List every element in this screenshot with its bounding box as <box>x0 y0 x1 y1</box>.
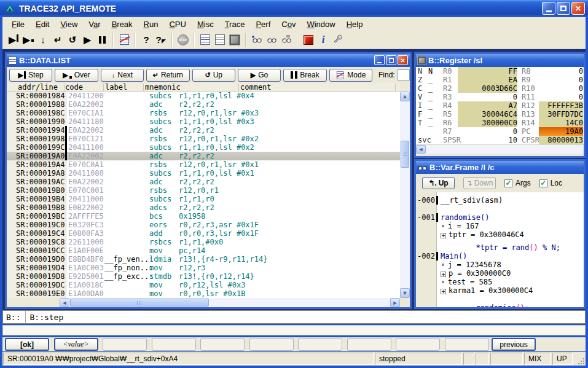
softkey-empty[interactable] <box>200 338 245 351</box>
var-line[interactable]: j = 12345678 <box>416 260 584 269</box>
asm-row-SR000019D4[interactable]: SR:000019D4E1A0C003__fp_non..:movr12,r3 <box>7 264 400 272</box>
asm-row-SR000019DC[interactable]: SR:000019DCE1A0018Cmovr0,r12,lsl #0x3 <box>7 281 400 289</box>
column-header-mnemonic[interactable]: mnemonic <box>145 83 181 92</box>
asm-row-SR000019D0[interactable]: SR:000019D0E8BD4BF0__fp_ven..:ldmiar13!,… <box>7 255 400 264</box>
register-row-R4[interactable]: I_R4A7R12FFFFFF3B <box>416 101 584 110</box>
datalist-maximize-button[interactable] <box>386 55 396 65</box>
asm-row-SR000019E0[interactable]: SR:000019E0E1A00DA0movr0,r0,lsr #0x1B <box>7 289 400 298</box>
var-line[interactable]: test = 585 <box>416 278 584 286</box>
command-input[interactable]: B::step <box>26 313 63 322</box>
hscroll-thumb[interactable] <box>70 299 209 307</box>
softkey-empty[interactable] <box>445 338 489 351</box>
asm-row-SR00001988[interactable]: SR:00001988E0A22002adcr2,r2,r2 <box>7 100 400 109</box>
asm-row-SR000019BC[interactable]: SR:000019BC2AFFFFE5bcs0x1958 <box>7 212 400 221</box>
command-line[interactable]: B:: B::step <box>2 310 586 324</box>
register-row-R1[interactable]: Z_R1EAR90 <box>416 76 584 84</box>
menu-cpu[interactable]: CPU <box>163 18 191 30</box>
menu-trace[interactable]: Trace <box>219 18 251 30</box>
softkey-empty[interactable] <box>152 338 196 351</box>
asm-row-SR000019D8[interactable]: SR:000019D8E92D5001__fp_exc..:stmdbr13!,… <box>7 272 400 281</box>
asm-row-SR00001990[interactable]: SR:0000199020411180subcsr1,r1,r0,lsl #0x… <box>7 117 400 126</box>
asm-row-SR000019C0[interactable]: SR:000019C0E0320FC3eorsr0,r2,r3,asr #0x1… <box>7 221 400 229</box>
watch-add-icon[interactable] <box>249 33 264 47</box>
var-line[interactable]: i = 167 <box>416 222 584 230</box>
menu-var[interactable]: Var <box>83 18 106 30</box>
datalist-vscrollbar[interactable]: ▲ ▼ <box>400 92 410 298</box>
datalist-minimize-button[interactable] <box>374 55 385 65</box>
register-row-R6[interactable]: T_R6300000C0R1414C0 <box>416 119 584 127</box>
asm-row-SR000019C8[interactable]: SR:000019C822611000rsbcsr1,r1,#0x0 <box>7 238 400 246</box>
data-dump-icon[interactable] <box>213 33 227 47</box>
scroll-left-icon[interactable]: ◄ <box>60 298 69 307</box>
up-button[interactable]: ↺Up <box>192 69 235 82</box>
asm-row-SR000019AC[interactable]: SR:000019ACE0A22002adcr2,r2,r2 <box>7 178 400 186</box>
go-button[interactable]: ▶Go <box>238 69 281 82</box>
asm-row-SR00001984[interactable]: SR:0000198420411200subcsr1,r1,r0,lsl #0x… <box>7 92 400 100</box>
softkey-ok[interactable]: [ok] <box>5 338 49 351</box>
previous-button[interactable]: previous <box>492 338 536 351</box>
column-header-comment[interactable]: comment <box>240 83 272 92</box>
next-button[interactable]: ↓Next <box>101 69 144 82</box>
asm-row-SR0000198C[interactable]: SR:0000198CE070C1A1rsbsr12,r0,r1,lsr #0x… <box>7 109 400 117</box>
go-up-icon[interactable]: ↺ <box>65 33 80 47</box>
step-over-icon[interactable]: ▶ <box>21 33 36 47</box>
register-row-R5[interactable]: F_R5300046C4R1330FFD7DC <box>416 110 584 119</box>
frame-line-001[interactable]: -001randomise() <box>416 213 584 222</box>
asm-row-SR000019B8[interactable]: SR:000019B8E0B22002adcsr2,r2,r2 <box>7 203 400 212</box>
var-line[interactable]: +p = 0x300000C0 <box>416 269 584 278</box>
softkey-empty[interactable] <box>249 338 294 351</box>
softkey-value[interactable]: <value> <box>54 338 98 351</box>
softkey-empty[interactable] <box>396 338 440 351</box>
vscroll-thumb[interactable] <box>401 141 409 168</box>
return-button[interactable]: ↵Return <box>146 69 189 82</box>
var-line[interactable]: randomise(); <box>416 303 584 307</box>
context-help-icon[interactable]: ? <box>154 33 168 47</box>
break-button[interactable]: Break <box>283 69 326 82</box>
frame-line-002[interactable]: -002Main() <box>416 252 584 260</box>
register-row-R0[interactable]: NNR0FFR80 <box>416 67 584 76</box>
asm-row-SR00001998[interactable]: SR:00001998E070C121rsbsr12,r0,r1,lsr #0x… <box>7 135 400 143</box>
go-icon[interactable]: ▶ <box>80 33 95 47</box>
scroll-down-icon[interactable]: ▼ <box>400 288 410 298</box>
softkey-empty[interactable] <box>298 338 342 351</box>
softkey-empty[interactable] <box>103 338 147 351</box>
menu-cov[interactable]: Cov <box>276 18 301 30</box>
frame-up-button[interactable]: ↰. Up <box>422 177 455 189</box>
memory-chip-icon[interactable] <box>227 33 242 47</box>
varframe-titlebar[interactable]: B::Var.Frame /l /c <box>416 161 584 174</box>
view-watch-icon[interactable] <box>264 33 279 47</box>
data-list-icon[interactable] <box>198 33 213 47</box>
asm-row-SR000019B4[interactable]: SR:000019B420411000subcsr1,r1,r0 <box>7 195 400 203</box>
help-icon[interactable]: ? <box>139 33 154 47</box>
scroll-right-icon[interactable]: ► <box>390 298 400 307</box>
var-line[interactable]: +tptr = 0x300046C4 <box>416 230 584 239</box>
break-icon[interactable] <box>95 33 109 47</box>
datalist-close-button[interactable]: ✕ <box>398 55 408 65</box>
frame-line-000[interactable]: -000__rt_sdiv(asm) <box>416 196 584 205</box>
info-icon[interactable]: i <box>316 33 331 47</box>
asm-row-SR0000199C[interactable]: SR:0000199C20411100subcsr1,r1,r0,lsl #0x… <box>7 143 400 152</box>
asm-row-SR00001994[interactable]: SR:00001994E0A22002adcr2,r2,r2 <box>7 126 400 135</box>
menu-file[interactable]: File <box>6 18 30 30</box>
column-header-addrline[interactable]: addr/line <box>18 83 58 92</box>
maximize-button[interactable] <box>557 2 570 15</box>
mode-button[interactable]: Mode <box>329 69 372 82</box>
mode-icon[interactable] <box>117 33 131 47</box>
column-header-code[interactable]: code <box>65 83 83 92</box>
watch-list-icon[interactable] <box>279 33 294 47</box>
datalist-hscrollbar[interactable]: ◄ ► <box>7 298 410 307</box>
menu-misc[interactable]: Misc <box>192 18 219 30</box>
breakpoint-cube-icon[interactable] <box>301 33 316 47</box>
resize-grip[interactable] <box>400 298 410 307</box>
over-button[interactable]: ▶Over <box>55 69 98 82</box>
menu-view[interactable]: View <box>55 18 83 30</box>
asm-row-SR000019A0[interactable]: SR:000019A0E0A22002adcr2,r2,r2 <box>7 152 400 160</box>
asm-row-SR000019CC[interactable]: SR:000019CCE1A0F00Emovpc,r14 <box>7 246 400 255</box>
datalist-titlebar[interactable]: B::DATA.LIST ✕ <box>7 54 410 67</box>
step-next-icon[interactable]: ↓ <box>36 33 50 47</box>
step-button[interactable]: ▶Step <box>9 69 52 82</box>
menu-help[interactable]: Help <box>341 18 369 30</box>
expand-icon[interactable]: + <box>441 272 446 277</box>
close-button[interactable]: ✕ <box>571 2 585 15</box>
scroll-left-icon[interactable]: ◄ <box>416 145 426 154</box>
